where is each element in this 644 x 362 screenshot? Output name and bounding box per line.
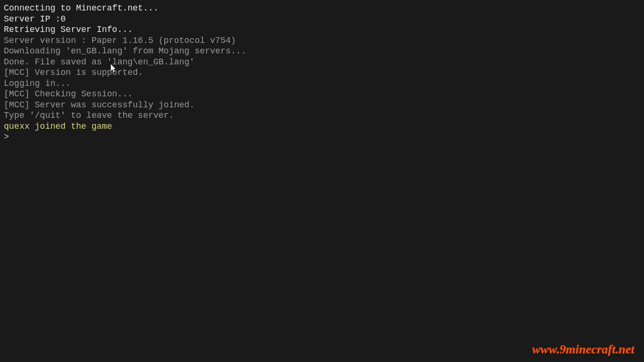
console-output: Connecting to Minecraft.net... Server IP… xyxy=(4,3,640,143)
console-line: [MCC] Version is supported. xyxy=(4,67,640,78)
console-line: Retrieving Server Info... xyxy=(4,24,640,35)
prompt-symbol: > xyxy=(4,132,9,143)
console-line: Logging in... xyxy=(4,78,640,89)
console-line: Server IP :0 xyxy=(4,14,640,25)
console-input[interactable] xyxy=(11,132,640,142)
console-line: Done. File saved as 'lang\en_GB.lang' xyxy=(4,57,640,68)
console-line-join-message: quexx joined the game xyxy=(4,121,640,132)
watermark-text: www.9minecraft.net xyxy=(532,342,634,358)
console-prompt-line[interactable]: > xyxy=(4,132,640,143)
console-line: [MCC] Server was successfully joined. xyxy=(4,100,640,111)
console-line: Downloading 'en_GB.lang' from Mojang ser… xyxy=(4,46,640,57)
console-line: [MCC] Checking Session... xyxy=(4,89,640,100)
console-line: Type '/quit' to leave the server. xyxy=(4,110,640,121)
console-line: Server version : Paper 1.16.5 (protocol … xyxy=(4,35,640,46)
console-line: Connecting to Minecraft.net... xyxy=(4,3,640,14)
